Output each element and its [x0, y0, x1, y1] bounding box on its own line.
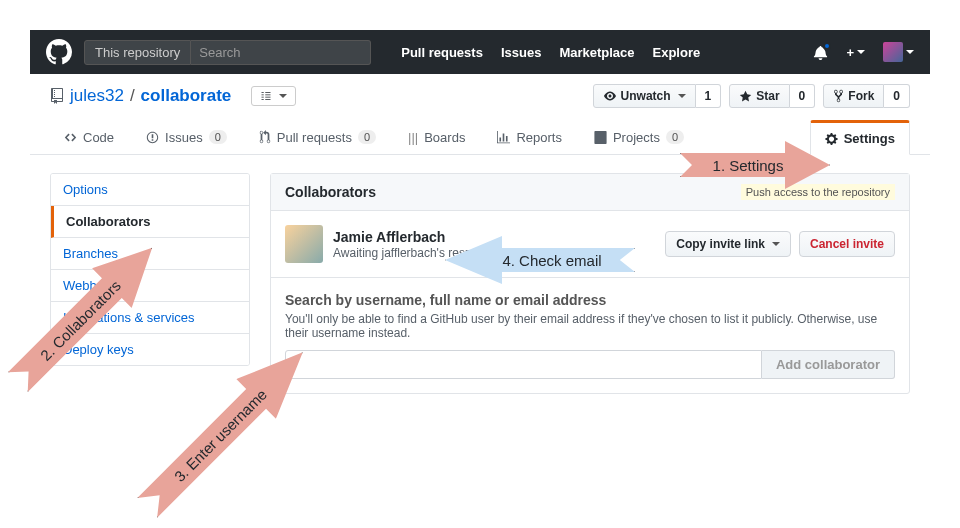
tab-reports[interactable]: Reports	[483, 120, 576, 154]
search-input[interactable]	[191, 40, 371, 65]
side-collaborators[interactable]: Collaborators	[51, 206, 249, 238]
repo-icon	[50, 88, 64, 104]
star-button[interactable]: Star	[729, 84, 789, 108]
search-heading: Search by username, full name or email a…	[285, 292, 895, 308]
tab-boards[interactable]: |||Boards	[394, 120, 479, 154]
watch-count[interactable]: 1	[696, 84, 722, 108]
nav-links: Pull requests Issues Marketplace Explore	[401, 45, 700, 60]
github-logo-icon[interactable]	[46, 39, 72, 65]
create-new-dropdown[interactable]: +	[846, 45, 865, 60]
tab-issues[interactable]: Issues0	[132, 120, 241, 154]
nav-issues[interactable]: Issues	[501, 45, 541, 60]
star-count[interactable]: 0	[790, 84, 816, 108]
search-help-text: You'll only be able to find a GitHub use…	[285, 312, 895, 340]
tab-code[interactable]: Code	[50, 120, 128, 154]
push-access-note: Push access to the repository	[741, 184, 895, 200]
nav-pull-requests[interactable]: Pull requests	[401, 45, 483, 60]
tab-projects[interactable]: Projects0	[580, 120, 698, 154]
nav-marketplace[interactable]: Marketplace	[559, 45, 634, 60]
search-scope[interactable]: This repository	[84, 40, 191, 65]
collaborators-panel: Collaborators Push access to the reposit…	[270, 173, 910, 394]
user-menu[interactable]	[883, 42, 914, 62]
tab-settings[interactable]: Settings	[810, 120, 910, 155]
fork-count[interactable]: 0	[884, 84, 910, 108]
cancel-invite-button[interactable]: Cancel invite	[799, 231, 895, 257]
notifications-icon[interactable]	[813, 45, 828, 60]
add-collaborator-button[interactable]: Add collaborator	[762, 350, 895, 379]
nav-explore[interactable]: Explore	[653, 45, 701, 60]
gear-icon	[825, 132, 838, 146]
copy-invite-button[interactable]: Copy invite link	[665, 231, 791, 257]
side-webhooks[interactable]: Webhooks	[51, 270, 249, 302]
fork-button[interactable]: Fork	[823, 84, 884, 108]
owner-link[interactable]: jules32	[70, 86, 124, 106]
collaborator-name: Jamie Afflerbach	[333, 229, 445, 245]
avatar-icon	[883, 42, 903, 62]
repo-header: jules32 / collaborate Unwatch 1 Star 0 F…	[30, 74, 930, 155]
view-toggle[interactable]	[251, 86, 296, 106]
unwatch-button[interactable]: Unwatch	[593, 84, 696, 108]
collaborator-search-input[interactable]	[285, 350, 762, 379]
tab-pull-requests[interactable]: Pull requests0	[245, 120, 390, 154]
panel-heading: Collaborators	[285, 184, 376, 200]
global-nav: This repository Pull requests Issues Mar…	[30, 30, 930, 74]
side-options[interactable]: Options	[51, 174, 249, 206]
avatar-icon	[285, 225, 323, 263]
repo-link[interactable]: collaborate	[141, 86, 232, 105]
